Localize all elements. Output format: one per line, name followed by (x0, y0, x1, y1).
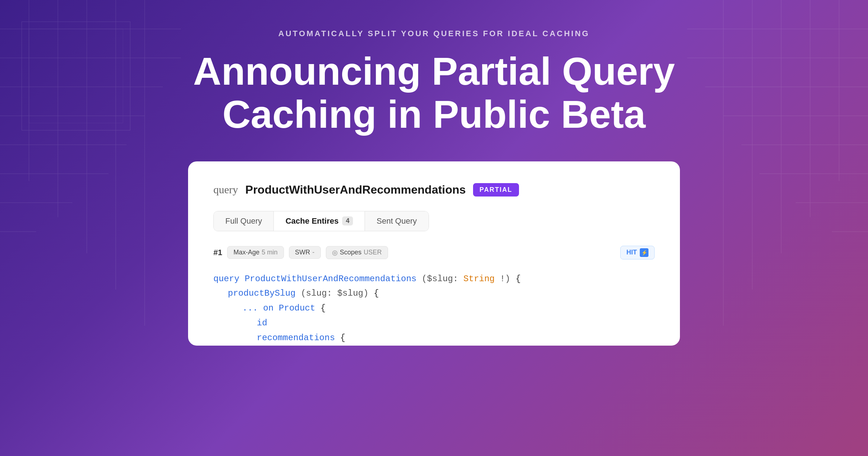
card-header: query ProductWithUserAndRecommendations … (213, 183, 655, 197)
hero-title: Announcing Partial Query Caching in Publ… (193, 50, 675, 136)
code-line-4: id (213, 316, 655, 331)
hero-subtitle: AUTOMATICALLY SPLIT YOUR QUERIES FOR IDE… (278, 29, 590, 38)
code-line-1: query ProductWithUserAndRecommendations … (213, 272, 655, 287)
tab-cache-entries[interactable]: Cache Entires 4 (274, 211, 365, 231)
tabs-container: Full Query Cache Entires 4 Sent Query (213, 211, 429, 231)
cache-entry-number: #1 (213, 248, 222, 257)
hit-badge: HIT ⚡ (620, 246, 655, 259)
partial-badge: PARTIAL (473, 183, 519, 197)
swr-tag: SWR - (289, 246, 321, 259)
code-line-2: productBySlug (slug: $slug) { (213, 286, 655, 301)
tab-full-query[interactable]: Full Query (214, 211, 274, 231)
max-age-tag: Max-Age 5 min (227, 246, 284, 259)
cache-entries-badge: 4 (342, 216, 353, 225)
code-line-5: recommendations { (213, 331, 655, 346)
lightning-icon: ⚡ (640, 248, 648, 257)
hero-section: AUTOMATICALLY SPLIT YOUR QUERIES FOR IDE… (0, 0, 868, 456)
scopes-tag: ◎ Scopes USER (326, 246, 388, 259)
demo-card: query ProductWithUserAndRecommendations … (188, 161, 680, 346)
scopes-icon: ◎ (332, 249, 338, 257)
svg-rect-27 (29, 29, 123, 123)
cache-row-1: #1 Max-Age 5 min SWR - ◎ Scopes USER HIT… (213, 246, 655, 259)
cache-section: #1 Max-Age 5 min SWR - ◎ Scopes USER HIT… (213, 246, 655, 346)
query-name: ProductWithUserAndRecommendations (245, 183, 466, 197)
code-block: query ProductWithUserAndRecommendations … (213, 268, 655, 346)
code-line-3: ... on Product { (213, 301, 655, 316)
tab-sent-query[interactable]: Sent Query (365, 211, 428, 231)
query-label: query (213, 183, 238, 196)
svg-rect-26 (22, 22, 130, 130)
